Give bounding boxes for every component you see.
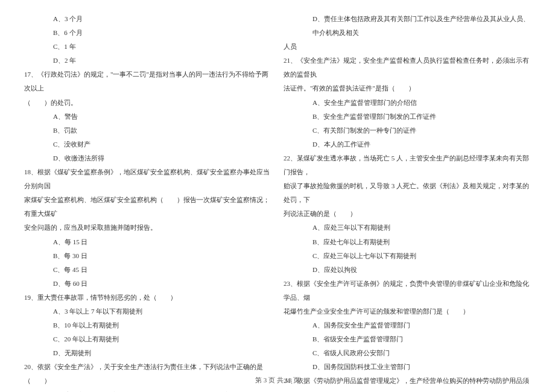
text-line: 花爆竹生产企业安全生产许可证的颁发和管理的部门是（ ） (284, 305, 531, 318)
text-line: 人员 (284, 40, 531, 54)
text-line: B、省级安全生产监督管理部门 (284, 332, 531, 346)
text-line: C、有关部门制发的一种专门的证件 (284, 124, 531, 138)
left-column: A、3 个月B、6 个月C、1 年D、2 年17、《行政处罚法》的规定，"一事不… (24, 12, 271, 362)
text-line: 法证件。"有效的监督执法证件"是指（ ） (284, 81, 531, 95)
text-line: D、本人的工作证件 (284, 138, 531, 151)
text-line: D、应处以拘役 (284, 263, 531, 277)
text-line: 22、某煤矿发生透水事故，当场死亡 5 人，主管安全生产的副总经理李某未向有关部… (284, 151, 531, 179)
text-line: 家煤矿安全监察机构、地区煤矿安全监察机构（ ）报告一次煤矿安全监察情况；有重大煤… (24, 193, 271, 221)
text-line: D、2 年 (24, 54, 271, 68)
text-line: A、应处三年以下有期徒刑 (284, 221, 531, 235)
text-line: 17、《行政处罚法》的规定，"一事不二罚"是指对当事人的同一违法行为不得给予两次… (24, 68, 271, 95)
text-line: 23、根据《安全生产许可证条例》的规定，负责中央管理的非煤矿矿山企业和危险化学品… (284, 277, 531, 305)
text-line: A、每 15 日 (24, 235, 271, 249)
text-line: D、无期徒刑 (24, 346, 271, 360)
text-line: B、安全生产监督管理部门制发的工作证件 (284, 110, 531, 124)
text-line: 18、根据《煤矿安全监察条例》，地区煤矿安全监察机构、煤矿安全监察办事处应当分别… (24, 165, 271, 193)
text-line: D、国务院国防科技工业主管部门 (284, 360, 531, 374)
text-line: 列说法正确的是（ ） (284, 207, 531, 221)
text-line: A、警告 (24, 110, 271, 124)
text-line: B、10 年以上有期徒刑 (24, 318, 271, 332)
text-line: A、责任主体包括生产经营单位及其从业人员，不包括其他主体 (24, 388, 271, 392)
page-content: A、3 个月B、6 个月C、1 年D、2 年17、《行政处罚法》的规定，"一事不… (24, 12, 531, 362)
text-line: D、收缴违法所得 (24, 151, 271, 165)
text-line: 贻误了事故抢险救援的时机，又导致 3 人死亡。依据《刑法》及相关规定，对李某的处… (284, 179, 531, 207)
text-line: A、安全生产监督管理部门的介绍信 (284, 96, 531, 110)
text-line: 安全问题的，应当及时采取措施并随时报告。 (24, 221, 271, 235)
text-line: C、20 年以上有期徒刑 (24, 332, 271, 346)
text-line: C、应处三年以上七年以下有期徒刑 (284, 249, 531, 263)
text-line: C、1 年 (24, 40, 271, 54)
text-line: D、每 60 日 (24, 277, 271, 291)
text-line: 21、《安全生产法》规定，安全生产监督检查人员执行监督检查任务时，必须出示有效的… (284, 54, 531, 81)
text-line: B、6 个月 (24, 26, 271, 40)
text-line: B、罚款 (24, 124, 271, 138)
text-line: B、应处七年以上有期徒刑 (284, 235, 531, 249)
text-line: A、3 个月 (24, 12, 271, 26)
right-column: D、责任主体包括政府及其有关部门工作以及生产经营单位及其从业人员、中介机构及相关… (284, 12, 531, 362)
text-line: C、没收财产 (24, 138, 271, 151)
text-line: C、每 45 日 (24, 263, 271, 277)
text-line: C、省级人民政府公安部门 (284, 346, 531, 360)
page-footer: 第 3 页 共 13 页 (0, 376, 555, 385)
text-line: A、国务院安全生产监督管理部门 (284, 318, 531, 332)
text-line: （ ）的处罚。 (24, 96, 271, 110)
text-line: D、责任主体包括政府及其有关部门工作以及生产经营单位及其从业人员、中介机构及相关 (284, 12, 531, 40)
text-line: A、3 年以上 7 年以下有期徒刑 (24, 305, 271, 318)
text-line: 19、重大责任事故罪，情节特别恶劣的，处（ ） (24, 291, 271, 305)
text-line: B、每 30 日 (24, 249, 271, 263)
